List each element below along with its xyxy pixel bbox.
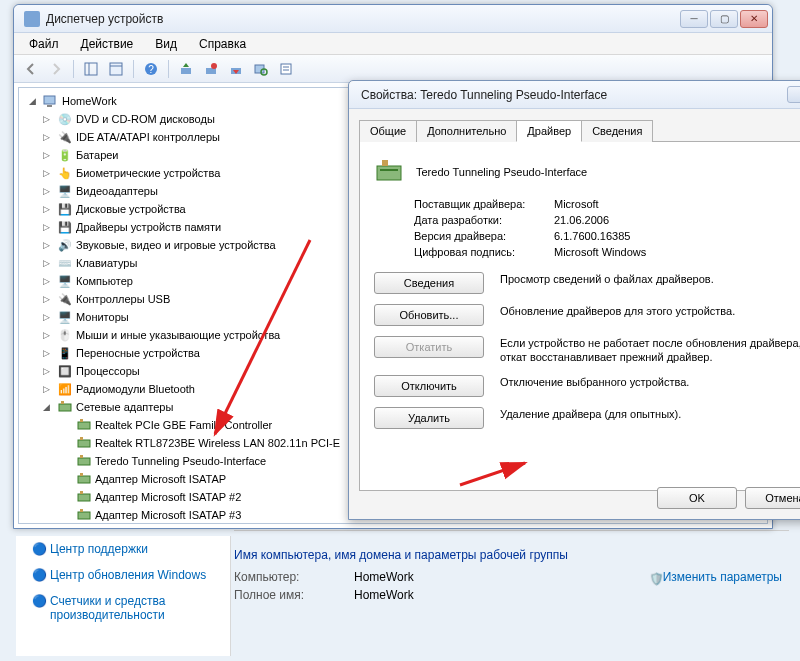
collapse-icon[interactable]: ◢ [27, 96, 38, 107]
change-settings-link[interactable]: 🛡️Изменить параметры [649, 570, 782, 584]
svg-rect-30 [80, 509, 83, 512]
scan-button[interactable] [250, 58, 272, 80]
tab-driver[interactable]: Драйвер [516, 120, 582, 142]
field-label: Цифровая подпись: [414, 246, 554, 258]
category-icon: 🔲 [57, 363, 73, 379]
menu-action[interactable]: Действие [72, 34, 143, 54]
expand-icon[interactable]: ▷ [41, 204, 52, 215]
maximize-button[interactable]: ▢ [710, 10, 738, 28]
section-heading: Имя компьютера, имя домена и параметры р… [234, 548, 789, 562]
svg-rect-20 [80, 419, 83, 422]
driver-action-button[interactable]: Обновить... [374, 304, 484, 326]
menu-file[interactable]: Файл [20, 34, 68, 54]
expand-icon[interactable]: ▷ [41, 150, 52, 161]
driver-action-button[interactable]: Удалить [374, 407, 484, 429]
svg-rect-21 [78, 440, 90, 447]
field-label: Дата разработки: [414, 214, 554, 226]
category-icon: 🔊 [57, 237, 73, 253]
tab-panel-driver: Teredo Tunneling Pseudo-Interface Постав… [359, 141, 800, 491]
field-value: 6.1.7600.16385 [554, 230, 630, 242]
driver-action-button[interactable]: Сведения [374, 272, 484, 294]
control-panel-sidebar: 🔵Центр поддержки 🔵Центр обновления Windo… [16, 536, 231, 656]
driver-action-button[interactable]: Отключить [374, 375, 484, 397]
svg-rect-29 [78, 512, 90, 519]
tab-advanced[interactable]: Дополнительно [416, 120, 517, 142]
forward-button[interactable] [45, 58, 67, 80]
collapse-icon[interactable]: ◢ [41, 402, 52, 413]
sidebar-link[interactable]: 🔵Счетчики и средства производительности [16, 588, 230, 628]
app-icon [24, 11, 40, 27]
show-hide-tree-button[interactable] [80, 58, 102, 80]
category-icon: 🔌 [57, 129, 73, 145]
category-icon: 📱 [57, 345, 73, 361]
svg-rect-15 [44, 96, 55, 104]
button-description: Удаление драйвера (для опытных). [500, 407, 800, 421]
category-icon: 📶 [57, 381, 73, 397]
uninstall-button[interactable] [200, 58, 222, 80]
dialog-title: Свойства: Teredo Tunneling Pseudo-Interf… [353, 88, 787, 102]
expand-icon[interactable]: ▷ [41, 294, 52, 305]
dialog-close-button[interactable]: ✕ [787, 86, 800, 103]
button-description: Обновление драйверов для этого устройств… [500, 304, 800, 318]
expand-icon[interactable]: ▷ [41, 168, 52, 179]
sidebar-link[interactable]: 🔵Центр обновления Windows [16, 562, 230, 588]
expand-icon[interactable]: ▷ [41, 312, 52, 323]
button-description: Просмотр сведений о файлах драйверов. [500, 272, 800, 286]
field-value: Microsoft [554, 198, 599, 210]
expand-icon[interactable]: ▷ [41, 366, 52, 377]
sidebar-link[interactable]: 🔵Центр поддержки [16, 536, 230, 562]
expand-icon[interactable]: ▷ [41, 348, 52, 359]
disable-button[interactable] [225, 58, 247, 80]
ok-button[interactable]: OK [657, 487, 737, 509]
network-adapter-icon [76, 453, 92, 469]
expand-icon[interactable]: ▷ [41, 222, 52, 233]
toolbar: ? [14, 55, 772, 83]
properties-button[interactable] [105, 58, 127, 80]
update-driver-button[interactable] [175, 58, 197, 80]
category-icon: 🖥️ [57, 273, 73, 289]
category-icon: 👆 [57, 165, 73, 181]
close-button[interactable]: ✕ [740, 10, 768, 28]
svg-rect-24 [80, 455, 83, 458]
tab-general[interactable]: Общие [359, 120, 417, 142]
category-icon: 🖥️ [57, 183, 73, 199]
svg-rect-28 [80, 491, 83, 494]
expand-icon[interactable]: ▷ [41, 276, 52, 287]
svg-rect-26 [80, 473, 83, 476]
properties-dialog: Свойства: Teredo Tunneling Pseudo-Interf… [348, 80, 800, 520]
svg-rect-12 [281, 64, 291, 74]
expand-icon[interactable]: ▷ [41, 186, 52, 197]
category-icon: 💿 [57, 111, 73, 127]
expand-icon[interactable]: ▷ [41, 384, 52, 395]
help-button[interactable]: ? [140, 58, 162, 80]
network-adapter-icon [76, 489, 92, 505]
menu-view[interactable]: Вид [146, 34, 186, 54]
category-icon: 💾 [57, 219, 73, 235]
svg-rect-2 [110, 63, 122, 75]
minimize-button[interactable]: ─ [680, 10, 708, 28]
expand-icon[interactable]: ▷ [41, 330, 52, 341]
menu-help[interactable]: Справка [190, 34, 255, 54]
expand-icon[interactable]: ▷ [41, 240, 52, 251]
tab-strip: Общие Дополнительно Драйвер Сведения [359, 119, 800, 141]
back-button[interactable] [20, 58, 42, 80]
driver-action-button: Откатить [374, 336, 484, 358]
expand-icon[interactable]: ▷ [41, 114, 52, 125]
category-icon: 🖥️ [57, 309, 73, 325]
network-adapter-icon [76, 417, 92, 433]
network-adapter-icon [76, 507, 92, 523]
titlebar[interactable]: Диспетчер устройств ─ ▢ ✕ [14, 5, 772, 33]
network-adapter-icon [76, 471, 92, 487]
props-button[interactable] [275, 58, 297, 80]
expand-icon[interactable]: ▷ [41, 132, 52, 143]
svg-rect-6 [181, 68, 191, 74]
device-name-label: Teredo Tunneling Pseudo-Interface [416, 166, 587, 178]
expand-icon[interactable]: ▷ [41, 258, 52, 269]
cancel-button[interactable]: Отмена [745, 487, 800, 509]
svg-rect-25 [78, 476, 90, 483]
category-icon: 💾 [57, 201, 73, 217]
category-icon: ⌨️ [57, 255, 73, 271]
network-adapter-icon [76, 435, 92, 451]
tab-details[interactable]: Сведения [581, 120, 653, 142]
dialog-titlebar[interactable]: Свойства: Teredo Tunneling Pseudo-Interf… [349, 81, 800, 109]
